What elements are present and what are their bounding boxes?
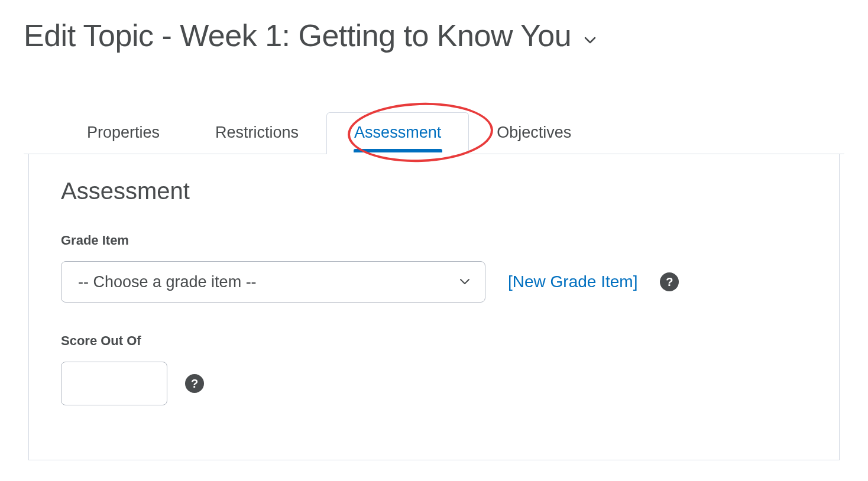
grade-item-select[interactable]: -- Choose a grade item -- — [61, 261, 485, 303]
chevron-down-icon[interactable] — [583, 33, 597, 47]
tabs-bar: Properties Restrictions Assessment Objec… — [24, 112, 844, 154]
score-input[interactable] — [61, 362, 167, 405]
score-label: Score Out Of — [61, 333, 807, 349]
tab-properties[interactable]: Properties — [59, 112, 187, 154]
page-title: Edit Topic - Week 1: Getting to Know You — [24, 18, 571, 53]
grade-item-field: Grade Item -- Choose a grade item -- [Ne… — [61, 233, 807, 303]
tab-assessment[interactable]: Assessment — [326, 112, 469, 154]
tab-restrictions[interactable]: Restrictions — [187, 112, 326, 154]
score-field: Score Out Of ? — [61, 333, 807, 405]
grade-item-select-wrapper: -- Choose a grade item -- — [61, 261, 485, 303]
page-title-row: Edit Topic - Week 1: Getting to Know You — [24, 18, 844, 53]
section-heading: Assessment — [61, 178, 807, 204]
help-icon[interactable]: ? — [660, 272, 679, 291]
help-icon[interactable]: ? — [185, 374, 204, 393]
tab-objectives[interactable]: Objectives — [469, 112, 599, 154]
grade-item-label: Grade Item — [61, 233, 807, 248]
new-grade-item-link[interactable]: [New Grade Item] — [508, 272, 637, 291]
content-panel: Assessment Grade Item -- Choose a grade … — [28, 154, 840, 460]
